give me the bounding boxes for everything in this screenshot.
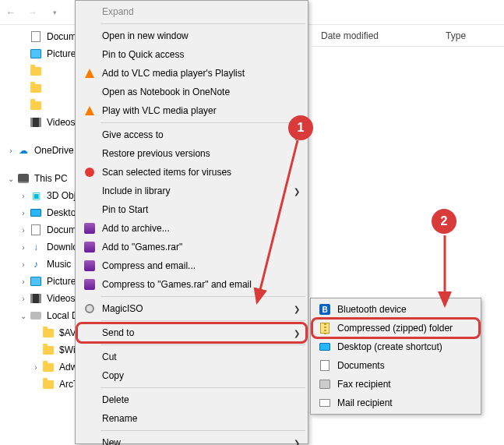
menu-item[interactable]: Add to archive...: [77, 219, 306, 238]
separator: [100, 344, 305, 345]
doc-icon: [320, 360, 330, 371]
folder-icon: [43, 329, 54, 337]
menu-item[interactable]: Send to❯: [77, 323, 306, 342]
chevron-right-icon: ❯: [294, 439, 300, 446]
menu-item[interactable]: Pin to Start: [77, 200, 306, 219]
menu-item-icon-slot: [80, 325, 99, 341]
menu-item[interactable]: Pin to Quick access: [77, 45, 306, 64]
chevron-right-icon: ❯: [294, 329, 300, 337]
chevron-right-icon[interactable]: ›: [19, 209, 28, 217]
menu-item-label: Open in new window: [99, 30, 287, 41]
chevron-right-icon[interactable]: ›: [19, 192, 28, 200]
forward-button[interactable]: →: [26, 6, 39, 19]
menu-item-label: Documents: [334, 360, 460, 371]
pic-icon: [30, 49, 41, 58]
desktop-icon: [30, 209, 41, 217]
chevron-right-icon[interactable]: ›: [19, 260, 28, 269]
menu-item[interactable]: Compress to "Games.rar" and email: [77, 275, 306, 294]
winrar-icon: [84, 242, 95, 253]
chevron-right-icon[interactable]: ›: [19, 226, 28, 235]
menu-item-icon-slot: [80, 127, 99, 143]
menu-item[interactable]: Cut: [77, 348, 306, 366]
3d-icon: ▣: [32, 190, 41, 201]
winrar-icon: [84, 260, 95, 271]
menu-item-label: Add to "Games.rar": [99, 242, 287, 253]
doc-icon: [31, 31, 41, 42]
menu-item-label: Fax recipient: [334, 379, 460, 390]
menu-item-label: Cut: [99, 351, 287, 362]
chevron-right-icon[interactable]: ›: [19, 295, 28, 303]
menu-item[interactable]: Open as Notebook in OneNote: [77, 83, 306, 101]
col-type[interactable]: Type: [439, 30, 472, 41]
menu-item-icon-slot: [80, 368, 99, 383]
menu-item-icon-slot: [80, 84, 99, 100]
menu-item-label: Rename: [99, 413, 287, 424]
menu-item-icon-slot: [80, 47, 99, 62]
menu-item[interactable]: Play with VLC media player: [77, 101, 306, 120]
menu-item-icon-slot: [80, 221, 99, 236]
menu-item[interactable]: Fax recipient: [312, 375, 479, 394]
winrar-icon: [84, 223, 95, 234]
bt-icon: B: [319, 304, 330, 315]
menu-item[interactable]: Compressed (zipped) folder: [312, 319, 479, 337]
zip-icon: [320, 323, 330, 334]
chevron-down-icon[interactable]: ⌄: [19, 312, 28, 320]
back-button[interactable]: ←: [5, 6, 17, 19]
vlc-icon: [85, 106, 94, 115]
menu-item[interactable]: Give access to❯: [77, 125, 306, 144]
menu-item-label: Include in library: [99, 185, 287, 196]
menu-item-icon-slot: [80, 146, 99, 161]
menu-item-label: Send to: [99, 327, 287, 338]
menu-item[interactable]: Compress and email...: [77, 256, 306, 275]
col-date-modified[interactable]: Date modified: [315, 30, 385, 41]
menu-item-icon-slot: [315, 376, 334, 392]
chevron-right-icon[interactable]: ›: [19, 277, 28, 286]
menu-item[interactable]: Rename: [77, 409, 306, 428]
menu-item[interactable]: MagicISO❯: [77, 299, 306, 318]
menu-item[interactable]: BBluetooth device: [312, 300, 479, 319]
menu-item-icon-slot: [80, 411, 99, 426]
chevron-right-icon[interactable]: ›: [31, 363, 41, 372]
menu-item[interactable]: New❯: [77, 433, 306, 445]
tree-item-label: This PC: [34, 173, 68, 184]
menu-item[interactable]: Add to "Games.rar": [77, 238, 306, 256]
menu-item[interactable]: Delete: [77, 390, 306, 409]
menu-item[interactable]: Add to VLC media player's Playlist: [77, 64, 306, 83]
chevron-down-icon[interactable]: ⌄: [6, 175, 16, 183]
folder-icon: [30, 84, 41, 93]
menu-item[interactable]: Desktop (create shortcut): [312, 337, 479, 356]
separator: [100, 430, 305, 431]
chevron-right-icon[interactable]: ›: [6, 147, 16, 155]
menu-item-label: MagicISO: [99, 303, 287, 314]
menu-item[interactable]: Documents: [312, 356, 479, 375]
folder-icon: [43, 363, 54, 372]
menu-item-icon-slot: [80, 65, 99, 81]
menu-item[interactable]: Open in new window: [77, 26, 306, 45]
menu-item[interactable]: Expand: [77, 2, 306, 21]
chevron-right-icon[interactable]: ›: [19, 243, 28, 252]
menu-item[interactable]: Mail recipient: [312, 394, 479, 412]
menu-item[interactable]: Include in library❯: [77, 182, 306, 200]
separator: [100, 23, 305, 24]
menu-item-icon-slot: [315, 358, 334, 373]
menu-item-label: Copy: [99, 370, 287, 381]
recent-dropdown[interactable]: ▾: [48, 6, 61, 19]
menu-item-label: Expand: [99, 6, 287, 17]
menu-item-label: Pin to Quick access: [99, 49, 287, 60]
menu-item[interactable]: Restore previous versions: [77, 144, 306, 163]
dl-icon: ↓: [33, 242, 38, 253]
separator: [100, 122, 305, 123]
menu-item[interactable]: Scan selected items for viruses: [77, 163, 306, 182]
menu-item-label: Give access to: [99, 129, 287, 140]
menu-item-label: Desktop (create shortcut): [334, 341, 460, 352]
separator: [100, 387, 305, 388]
menu-item-label: Scan selected items for viruses: [99, 167, 287, 178]
menu-item-icon-slot: [315, 395, 334, 411]
tree-item-label: OneDrive: [34, 145, 74, 156]
menu-item-label: Add to archive...: [99, 223, 287, 234]
separator: [100, 296, 305, 297]
menu-item[interactable]: Copy: [77, 366, 306, 385]
menu-item-label: Add to VLC media player's Playlist: [99, 68, 287, 79]
menu-item-label: Compress to "Games.rar" and email: [99, 279, 287, 290]
menu-item-label: Delete: [99, 394, 287, 405]
